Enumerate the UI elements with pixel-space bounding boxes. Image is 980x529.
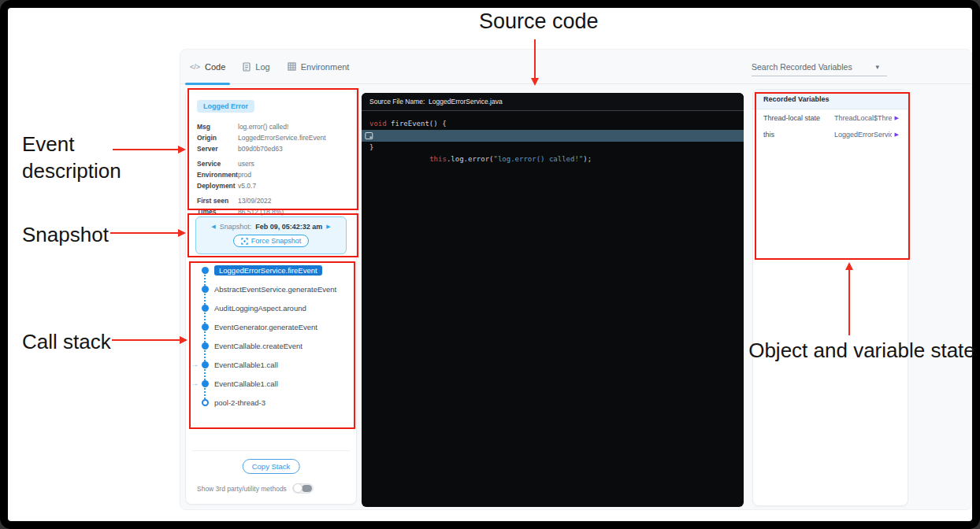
thread-dot-icon	[202, 399, 209, 406]
tab-environment[interactable]: Environment	[284, 50, 353, 84]
stack-frame-1[interactable]: AbstractEventService.generateEvent	[191, 283, 353, 294]
tab-code-label: Code	[205, 62, 225, 72]
variable-value: LoggedErrorService	[834, 131, 892, 139]
code-area: void fireEvent() { this.log.error("log.e…	[362, 111, 744, 154]
stack-frame-7[interactable]: pool-2-thread-3	[191, 397, 353, 408]
force-snapshot-button[interactable]: Force Snapshot	[233, 235, 310, 247]
tab-code[interactable]: </> Code	[187, 50, 228, 84]
red-arrow-right-snapshot	[110, 232, 179, 234]
stack-dot-icon	[202, 324, 209, 331]
red-arrow-right-call-stack	[112, 339, 180, 341]
stack-frame-4[interactable]: EventCallable.createEvent	[191, 340, 353, 351]
annotation-call-stack: Call stack	[22, 330, 111, 354]
annotation-event-description: Eventdescription	[22, 131, 121, 184]
log-icon	[243, 62, 251, 72]
recorded-variables-title: Recorded Variables	[753, 90, 908, 109]
field-deployment: Deploymentv5.0.7	[197, 180, 351, 191]
field-first-seen: First seen13/09/2022	[197, 195, 351, 206]
source-file-header: Source File Name: LoggedErrorService.jav…	[362, 93, 744, 111]
field-environment: Environmentprod	[197, 169, 351, 180]
stack-frame-label: EventCallable.createEvent	[214, 342, 303, 350]
stack-frame-5[interactable]: →EventCallable1.call	[191, 359, 353, 370]
source-file-label: Source File Name:	[369, 98, 425, 105]
snapshot-timestamp: Feb 09, 05:42:32 am	[255, 223, 322, 231]
force-snapshot-label: Force Snapshot	[251, 237, 302, 245]
stack-frame-2[interactable]: AuditLoggingAspect.around	[191, 302, 353, 313]
stack-frame-6[interactable]: →EventCallable1.call	[191, 378, 353, 389]
field-service: Serviceusers	[197, 158, 351, 169]
code-line-1: void fireEvent() {	[362, 118, 744, 130]
current-frame-arrow-icon: →	[191, 379, 202, 387]
search-select-label: Search Recorded Variables	[752, 62, 852, 72]
stack-dot-icon	[202, 305, 209, 312]
stack-frame-label: AuditLoggingAspect.around	[214, 304, 306, 313]
recorded-variables-panel: Recorded Variables Thread-local state Th…	[752, 89, 908, 506]
code-icon: </>	[190, 63, 200, 71]
tab-log-label: Log	[255, 62, 269, 72]
logged-error-badge: Logged Error	[197, 100, 254, 113]
card-divider	[192, 450, 350, 451]
event-panel: Logged Error Msglog.error() called! Orig…	[185, 89, 357, 505]
tab-log[interactable]: Log	[239, 50, 273, 84]
app-window: </> Code Log Environment Search Recorded…	[180, 49, 972, 510]
red-arrow-up-object-state	[848, 269, 850, 335]
toggle-knob	[293, 483, 303, 493]
screenshot-frame: </> Code Log Environment Search Recorded…	[0, 0, 980, 529]
snapshot-nav: ◀ Snapshot: Feb 09, 05:42:32 am ▶	[196, 223, 346, 231]
variable-name: this	[763, 131, 834, 139]
third-party-toggle-row: Show 3rd party/utility methods	[197, 483, 314, 494]
snapshot-label: Snapshot:	[220, 223, 252, 231]
expand-caret-icon: ▶	[895, 131, 899, 138]
copy-stack-button[interactable]: Copy Stack	[243, 459, 300, 474]
stack-frame-0[interactable]: LoggedErrorService.fireEvent	[191, 264, 353, 276]
variable-name: Thread-local state	[763, 114, 834, 122]
stack-frame-label: AbstractEventService.generateEvent	[214, 285, 336, 294]
variable-row-thread-local[interactable]: Thread-local state ThreadLocal$ThreadL..…	[753, 109, 908, 126]
snapshot-prev-icon[interactable]: ◀	[211, 224, 215, 230]
source-file-name: LoggedErrorService.java	[425, 98, 502, 105]
annotation-object-state: Object and variable state	[745, 338, 978, 363]
third-party-toggle-label: Show 3rd party/utility methods	[197, 485, 287, 493]
field-origin: OriginLoggedErrorService.fireEvent	[197, 132, 351, 143]
variable-row-this[interactable]: this LoggedErrorService ▶	[753, 126, 908, 142]
snapshot-next-icon[interactable]: ▶	[326, 224, 330, 230]
stack-frame-label: LoggedErrorService.fireEvent	[214, 265, 322, 276]
stack-dot-icon	[202, 267, 209, 274]
red-arrow-down-source-code	[534, 39, 536, 79]
field-server: Serverb09d0b70ed63	[197, 143, 351, 154]
annotation-source-code: Source code	[479, 9, 599, 34]
field-msg: Msglog.error() called!	[197, 121, 351, 132]
annotation-snapshot: Snapshot	[22, 223, 109, 247]
stack-dot-icon	[202, 361, 209, 368]
stack-frame-3[interactable]: EventGenerator.generateEvent	[191, 321, 353, 332]
field-times: Times86,512 (18.8%)	[197, 206, 351, 217]
red-arrow-right-event-description	[113, 149, 179, 150]
expand-caret-icon: ▶	[895, 115, 899, 121]
stack-frame-label: EventCallable1.call	[214, 379, 278, 388]
variable-value: ThreadLocal$ThreadL...	[834, 114, 892, 122]
tab-environment-label: Environment	[301, 62, 350, 72]
source-code-panel: Source File Name: LoggedErrorService.jav…	[362, 93, 744, 507]
event-fields: Msglog.error() called! OriginLoggedError…	[197, 121, 351, 217]
current-frame-arrow-icon: →	[191, 361, 202, 368]
environment-icon	[288, 62, 296, 71]
force-snapshot-icon	[241, 238, 248, 245]
chevron-down-icon: ▾	[875, 63, 879, 71]
call-stack-list: LoggedErrorService.fireEvent AbstractEve…	[191, 264, 353, 416]
active-tab-underline	[185, 83, 230, 85]
stack-frame-label: EventCallable1.call	[214, 361, 278, 369]
toggle-track	[302, 485, 312, 492]
code-line-3: }	[362, 142, 744, 154]
stack-dot-icon	[202, 380, 209, 387]
stack-dot-icon	[202, 286, 209, 293]
stack-dot-icon	[202, 342, 209, 350]
snapshot-box: ◀ Snapshot: Feb 09, 05:42:32 am ▶ Force …	[195, 216, 347, 254]
snapshot-marker-icon[interactable]	[365, 131, 373, 140]
search-recorded-variables-select[interactable]: Search Recorded Variables ▾	[752, 62, 887, 76]
stack-frame-label: pool-2-thread-3	[214, 398, 265, 407]
third-party-toggle[interactable]	[292, 483, 314, 494]
code-line-2-highlighted: this.log.error("log.error() called!");	[362, 130, 744, 142]
stack-frame-label: EventGenerator.generateEvent	[214, 323, 317, 331]
